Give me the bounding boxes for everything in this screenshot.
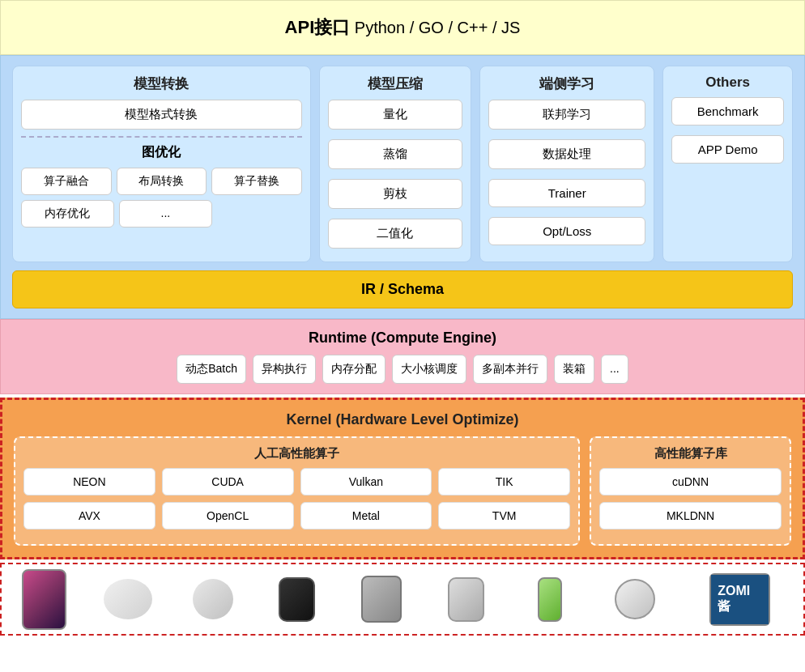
device-earbuds (86, 563, 170, 636)
edge-items: 联邦学习 数据处理 Trainer Opt/Loss (488, 100, 645, 250)
device-watch-black (255, 563, 339, 636)
kernel-tik: TIK (438, 468, 570, 495)
bottom-devices-row: ZOMI 酱 (0, 563, 805, 636)
kernel-vulkan: Vulkan (300, 468, 432, 495)
compress-binarize: 二值化 (328, 219, 462, 249)
runtime-hetero-exec: 异构执行 (253, 355, 316, 384)
kernel-tvm: TVM (438, 502, 570, 530)
zomi-badge: ZOMI 酱 (711, 575, 769, 624)
box-layout-transform: 布局转换 (117, 168, 207, 195)
divider (21, 136, 302, 138)
kernel-cudnn: cuDNN (599, 468, 782, 495)
compress-quantize: 量化 (328, 100, 462, 130)
graph-opt-title: 图优化 (21, 144, 302, 161)
runtime-title: Runtime (Compute Engine) (12, 330, 793, 347)
runtime-ellipsis: ... (601, 355, 628, 384)
others-items: Benchmark APP Demo (671, 97, 784, 168)
edge-learning-panel: 端侧学习 联邦学习 数据处理 Trainer Opt/Loss (479, 66, 654, 262)
graph-opt-row2: 内存优化 ... (21, 200, 302, 228)
kernel-inner: 人工高性能算子 NEON CUDA Vulkan TIK AVX OpenCL … (14, 436, 791, 546)
compress-prune: 剪枝 (328, 179, 462, 209)
zomi-text: ZOMI 酱 (718, 584, 762, 615)
others-title: Others (671, 74, 784, 91)
kernel-section: Kernel (Hardware Level Optimize) 人工高性能算子… (0, 398, 805, 559)
others-panel: Others Benchmark APP Demo (662, 66, 793, 262)
runtime-mem-alloc: 内存分配 (322, 355, 385, 384)
model-compress-title: 模型压缩 (328, 74, 462, 93)
edge-opt-loss: Opt/Loss (488, 217, 645, 245)
api-subtitle: Python / GO / C++ / JS (350, 19, 520, 36)
device-zomi-tablet: ZOMI 酱 (677, 563, 803, 636)
graph-opt-row1: 算子融合 布局转换 算子替换 (21, 168, 302, 195)
runtime-packing: 装箱 (554, 355, 594, 384)
compress-items: 量化 蒸馏 剪枝 二值化 (328, 100, 462, 253)
kernel-lib-row2: MKLDNN (599, 502, 782, 530)
others-benchmark: Benchmark (671, 97, 784, 125)
device-band-green (508, 563, 592, 636)
runtime-multi-replica: 多副本并行 (473, 355, 547, 384)
box-algo-replace: 算子替换 (211, 168, 302, 195)
kernel-row2: AVX OpenCL Metal TVM (23, 502, 570, 530)
edge-learning-title: 端侧学习 (488, 74, 645, 93)
kernel-neon: NEON (23, 468, 155, 495)
kernel-right-panel: 高性能算子库 cuDNN MKLDNN (590, 436, 791, 546)
box-algo-fusion: 算子融合 (21, 168, 112, 195)
runtime-dynamic-batch: 动态Batch (177, 355, 246, 384)
model-compress-panel: 模型压缩 量化 蒸馏 剪枝 二值化 (319, 66, 471, 262)
model-transform-panel: 模型转换 模型格式转换 图优化 算子融合 布局转换 算子替换 内存优化 ... (12, 66, 311, 262)
kernel-mkldnn: MKLDNN (599, 502, 782, 530)
edge-federated: 联邦学习 (488, 100, 645, 130)
edge-trainer: Trainer (488, 179, 645, 207)
blue-section: 模型转换 模型格式转换 图优化 算子融合 布局转换 算子替换 内存优化 ... … (0, 55, 805, 319)
model-transform-title: 模型转换 (21, 74, 302, 93)
kernel-avx: AVX (23, 502, 155, 530)
device-watch-silver (339, 563, 424, 636)
runtime-items: 动态Batch 异构执行 内存分配 大小核调度 多副本并行 装箱 ... (12, 355, 793, 384)
box-ellipsis: ... (119, 200, 212, 228)
edge-data-process: 数据处理 (488, 139, 645, 169)
model-format-box: 模型格式转换 (21, 100, 302, 130)
ir-schema-bar: IR / Schema (12, 270, 793, 308)
kernel-algo-title: 人工高性能算子 (23, 446, 570, 461)
kernel-row1: NEON CUDA Vulkan TIK (23, 468, 570, 495)
api-header: API接口 Python / GO / C++ / JS (0, 0, 805, 55)
kernel-lib-row1: cuDNN (599, 468, 782, 495)
others-app-demo: APP Demo (671, 135, 784, 164)
kernel-metal: Metal (300, 502, 432, 530)
kernel-opencl: OpenCL (162, 502, 294, 530)
device-watch-white (424, 563, 508, 636)
kernel-lib-title: 高性能算子库 (599, 446, 782, 461)
api-title: API接口 (285, 17, 351, 37)
runtime-section: Runtime (Compute Engine) 动态Batch 异构执行 内存… (0, 319, 805, 394)
compress-distill: 蒸馏 (328, 139, 462, 169)
device-camera (592, 563, 676, 636)
blue-top-row: 模型转换 模型格式转换 图优化 算子融合 布局转换 算子替换 内存优化 ... … (12, 66, 793, 262)
main-container: API接口 Python / GO / C++ / JS 模型转换 模型格式转换… (0, 0, 805, 636)
device-phone1 (2, 563, 86, 636)
box-memory-opt: 内存优化 (21, 200, 114, 228)
device-buds2 (170, 563, 254, 636)
kernel-left-panel: 人工高性能算子 NEON CUDA Vulkan TIK AVX OpenCL … (14, 436, 580, 546)
runtime-core-sched: 大小核调度 (392, 355, 466, 384)
kernel-cuda: CUDA (162, 468, 294, 495)
kernel-title: Kernel (Hardware Level Optimize) (14, 411, 791, 428)
